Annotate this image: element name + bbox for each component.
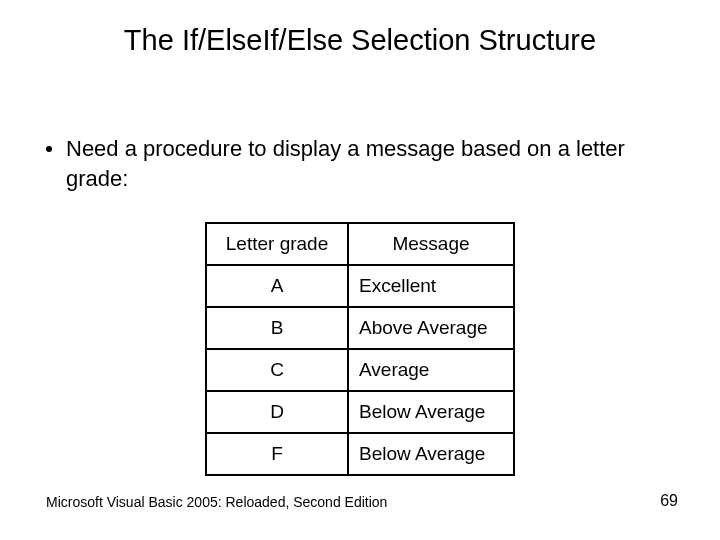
cell-grade: F (206, 433, 348, 475)
table-row: B Above Average (206, 307, 514, 349)
cell-grade: A (206, 265, 348, 307)
table-header-row: Letter grade Message (206, 223, 514, 265)
footer-text: Microsoft Visual Basic 2005: Reloaded, S… (46, 494, 387, 510)
bullet-item: Need a procedure to display a message ba… (46, 134, 680, 193)
bullet-list: Need a procedure to display a message ba… (46, 134, 680, 193)
cell-grade: B (206, 307, 348, 349)
table-row: C Average (206, 349, 514, 391)
cell-message: Above Average (348, 307, 514, 349)
table-header-message: Message (348, 223, 514, 265)
table-row: A Excellent (206, 265, 514, 307)
cell-grade: C (206, 349, 348, 391)
table-row: F Below Average (206, 433, 514, 475)
grade-table-wrap: Letter grade Message A Excellent B Above… (205, 222, 515, 476)
cell-message: Below Average (348, 433, 514, 475)
grade-table: Letter grade Message A Excellent B Above… (205, 222, 515, 476)
table-header-grade: Letter grade (206, 223, 348, 265)
cell-message: Excellent (348, 265, 514, 307)
table-row: D Below Average (206, 391, 514, 433)
cell-message: Average (348, 349, 514, 391)
slide-number: 69 (660, 492, 678, 510)
bullet-dot-icon (46, 146, 52, 152)
cell-message: Below Average (348, 391, 514, 433)
slide: The If/ElseIf/Else Selection Structure N… (0, 0, 720, 540)
slide-title: The If/ElseIf/Else Selection Structure (0, 24, 720, 57)
bullet-text: Need a procedure to display a message ba… (66, 134, 680, 193)
cell-grade: D (206, 391, 348, 433)
